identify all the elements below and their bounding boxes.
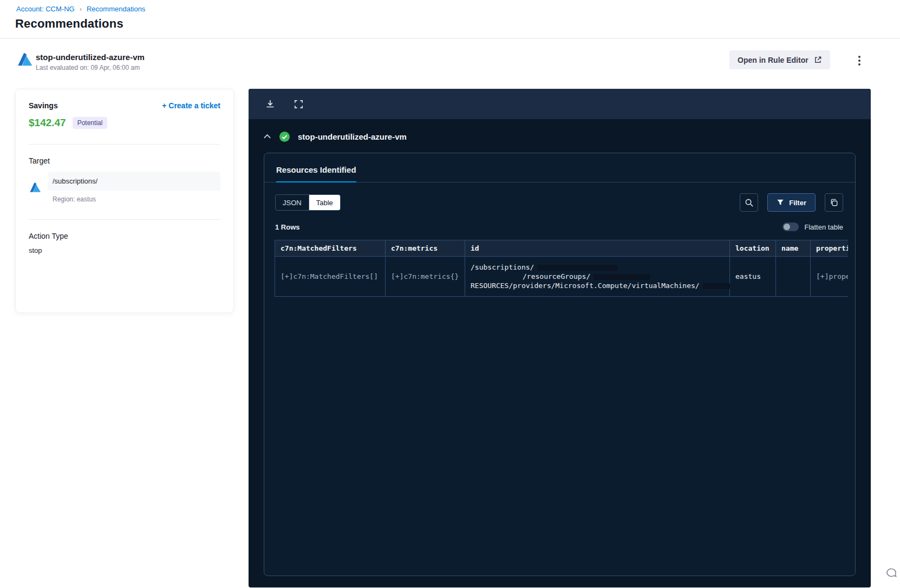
recommendations-page: Account: CCM-NG › Recommendations Recomm… xyxy=(0,0,900,588)
column-header-name: name xyxy=(776,240,811,257)
header-divider xyxy=(0,38,900,38)
azure-icon xyxy=(29,181,42,194)
card-divider xyxy=(29,144,220,145)
collapse-section-button[interactable] xyxy=(263,134,271,139)
chevron-up-icon xyxy=(263,134,271,139)
search-icon xyxy=(745,198,754,207)
view-table-button[interactable]: Table xyxy=(309,195,340,210)
redacted-text xyxy=(594,274,650,280)
filter-button[interactable]: Filter xyxy=(767,193,816,212)
column-header-matched-filters: c7n:MatchedFilters xyxy=(275,240,386,257)
open-rule-editor-label: Open in Rule Editor xyxy=(738,56,808,64)
column-header-location: location xyxy=(730,240,776,257)
chat-bubble-icon xyxy=(885,566,898,579)
id-path-segment: RESOURCES/providers/Microsoft.Compute/vi… xyxy=(471,282,700,290)
create-ticket-button[interactable]: + Create a ticket xyxy=(162,101,220,110)
fullscreen-icon xyxy=(294,99,304,109)
kebab-menu-icon xyxy=(858,56,860,66)
action-type-label: Action Type xyxy=(29,232,220,240)
download-icon xyxy=(265,99,276,109)
success-check-icon xyxy=(279,131,290,142)
azure-icon xyxy=(16,51,34,69)
filter-icon xyxy=(777,199,784,206)
id-path-segment: /subscriptions/ xyxy=(471,263,534,271)
target-label: Target xyxy=(29,156,220,165)
download-button[interactable] xyxy=(264,97,277,110)
cell-metrics-expander[interactable]: [+]c7n:metrics{} xyxy=(386,257,465,297)
cell-name xyxy=(776,257,811,297)
view-mode-segmented-control: JSON Table xyxy=(275,194,341,211)
table-row: [+]c7n:MatchedFilters[] [+]c7n:metrics{}… xyxy=(275,257,849,297)
column-header-id: id xyxy=(465,240,730,257)
target-path: /subscriptions/ xyxy=(48,172,220,191)
tab-resources-identified[interactable]: Resources Identified xyxy=(276,165,356,182)
more-options-button[interactable] xyxy=(851,53,868,69)
open-rule-editor-button[interactable]: Open in Rule Editor xyxy=(729,50,830,69)
copy-button[interactable] xyxy=(825,193,843,212)
cell-id: /subscriptions/ /resourceGroups/ RESOURC… xyxy=(465,257,730,297)
resources-table-viewport[interactable]: c7n:MatchedFilters c7n:metrics id locati… xyxy=(275,240,848,297)
savings-card: Savings + Create a ticket $142.47 Potent… xyxy=(15,89,234,313)
rows-count: 1 Rows xyxy=(275,223,300,231)
card-divider xyxy=(29,219,220,220)
recommendation-name: stop-underutilized-azure-vm xyxy=(36,53,145,62)
column-header-properties: properties xyxy=(811,240,849,257)
potential-badge: Potential xyxy=(73,117,108,129)
table-header-row: c7n:MatchedFilters c7n:metrics id locati… xyxy=(275,240,849,257)
savings-amount: $142.47 xyxy=(29,117,66,129)
redacted-text xyxy=(537,265,617,271)
flatten-table-toggle[interactable] xyxy=(782,223,799,231)
breadcrumb: Account: CCM-NG › Recommendations xyxy=(16,5,145,13)
flatten-table-label: Flatten table xyxy=(804,223,843,231)
target-list-item[interactable]: /subscriptions/ Region: eastus xyxy=(29,172,220,204)
rule-name-title: stop-underutilized-azure-vm xyxy=(298,132,407,141)
cell-location: eastus xyxy=(730,257,776,297)
filter-label: Filter xyxy=(789,199,806,207)
savings-label: Savings xyxy=(29,101,58,110)
view-json-button[interactable]: JSON xyxy=(276,195,309,210)
last-evaluated-text: Last evaluated on: 09 Apr, 06:00 am xyxy=(36,64,140,71)
redacted-text xyxy=(703,283,730,289)
external-link-icon xyxy=(814,56,822,64)
id-path-segment: /resourceGroups/ xyxy=(523,272,590,280)
resources-panel: stop-underutilized-azure-vm Resources Id… xyxy=(249,89,871,587)
cell-properties-expander[interactable]: [+]properties{} xyxy=(811,257,849,297)
resources-table: c7n:MatchedFilters c7n:metrics id locati… xyxy=(275,240,848,297)
help-chat-button[interactable] xyxy=(884,565,899,580)
fullscreen-button[interactable] xyxy=(292,97,305,110)
toggle-knob xyxy=(784,224,790,230)
action-type-value: stop xyxy=(29,246,220,254)
resources-identified-card: Resources Identified JSON Table xyxy=(264,153,856,576)
breadcrumb-account-link[interactable]: Account: CCM-NG xyxy=(16,5,75,13)
panel-toolbar xyxy=(249,89,871,119)
search-button[interactable] xyxy=(740,193,758,212)
target-region: Region: eastus xyxy=(48,191,220,204)
page-title: Recommendations xyxy=(15,17,123,31)
copy-icon xyxy=(830,198,839,207)
cell-matched-filters-expander[interactable]: [+]c7n:MatchedFilters[] xyxy=(275,257,386,297)
column-header-metrics: c7n:metrics xyxy=(386,240,465,257)
breadcrumb-separator-icon: › xyxy=(80,5,82,13)
breadcrumb-recommendations-link[interactable]: Recommendations xyxy=(87,5,145,13)
